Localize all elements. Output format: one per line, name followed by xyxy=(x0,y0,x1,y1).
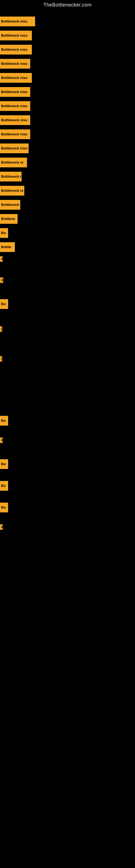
bar-label: Bottleneck r xyxy=(0,200,20,210)
bar-label: Bo xyxy=(0,459,8,469)
bar-row: Bottlene xyxy=(0,214,17,224)
bar-label: Bo xyxy=(0,299,8,309)
bar-row: Bottleneck r xyxy=(0,200,20,210)
bar-label: | xyxy=(0,356,2,362)
bar-row: Bottleneck resu xyxy=(0,31,32,40)
bar-label: Bottle xyxy=(0,242,15,252)
bar-label: Bottleneck resu xyxy=(0,45,32,55)
bar-label: B xyxy=(0,437,3,443)
bar-row: | xyxy=(0,326,2,332)
bar-label: B xyxy=(0,256,3,262)
bar-row: Bottleneck re xyxy=(0,158,27,167)
bar-row: Bo xyxy=(0,228,8,238)
bar-label: | xyxy=(0,326,2,332)
bar-row: B xyxy=(0,524,3,530)
bar-label: Bottleneck resu xyxy=(0,73,32,83)
bar-row: Bo xyxy=(0,459,8,469)
bar-row: Bo xyxy=(0,503,8,513)
bar-row: B xyxy=(0,256,3,262)
bar-row: Bo xyxy=(0,481,8,491)
bar-row: Bo xyxy=(0,416,8,426)
bar-row: B xyxy=(0,437,3,443)
bar-label: Bo xyxy=(0,481,8,491)
bar-label: B xyxy=(0,278,3,283)
bar-row: Bottleneck r xyxy=(0,172,21,182)
bar-row: Bottle xyxy=(0,242,15,252)
bar-row: Bottleneck resu xyxy=(0,101,30,111)
bar-row: Bottleneck resu xyxy=(0,87,30,97)
bar-label: Bottleneck resu xyxy=(0,115,30,125)
bar-label: Bottleneck resu xyxy=(0,129,30,139)
site-title: TheBottlenecker.com xyxy=(0,0,135,9)
bar-label: Bottleneck re xyxy=(0,158,27,167)
bar-label: Bo xyxy=(0,416,8,426)
bar-row: Bottleneck resu xyxy=(0,45,32,55)
bar-row: Bottleneck resu xyxy=(0,144,29,153)
bar-row: | xyxy=(0,356,2,362)
bar-label: Bottleneck resu xyxy=(0,31,32,40)
bar-row: B xyxy=(0,278,3,283)
bar-row: Bo xyxy=(0,299,8,309)
bar-row: Bottleneck resu xyxy=(0,59,30,69)
bar-row: Bottleneck resu xyxy=(0,129,30,139)
bar-row: Bottleneck resu xyxy=(0,73,32,83)
bar-label: Bottleneck resu xyxy=(0,59,30,69)
bar-row: Bottleneck resu xyxy=(0,115,30,125)
bar-row: Bottleneck re xyxy=(0,186,24,195)
bar-label: Bottleneck re xyxy=(0,186,24,195)
bar-row: Bottleneck resu xyxy=(0,17,35,26)
bar-label: Bottleneck resu xyxy=(0,144,29,153)
bar-label: Bottlene xyxy=(0,214,17,224)
bar-label: Bottleneck resu xyxy=(0,17,35,26)
bar-label: Bottleneck resu xyxy=(0,87,30,97)
bar-label: Bo xyxy=(0,228,8,238)
bar-label: Bottleneck r xyxy=(0,172,21,182)
bar-label: B xyxy=(0,524,3,530)
bar-label: Bo xyxy=(0,503,8,513)
bar-label: Bottleneck resu xyxy=(0,101,30,111)
